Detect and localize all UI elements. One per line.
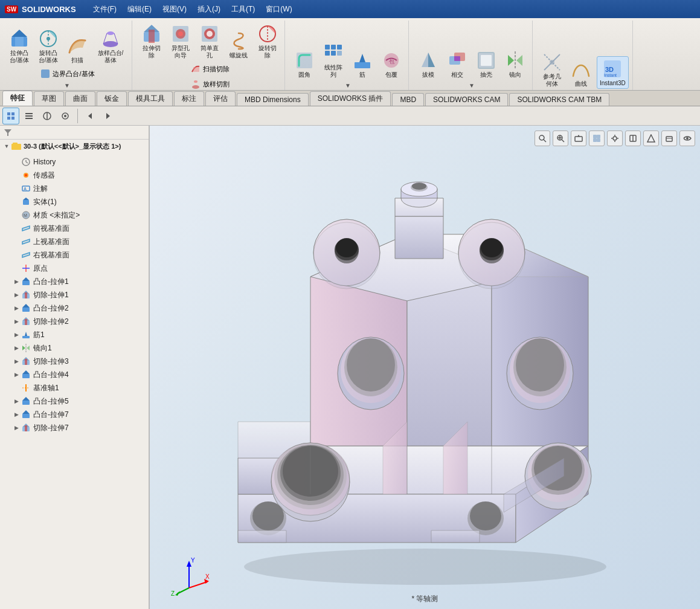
view-display-button[interactable] <box>589 130 605 146</box>
tree-item-12[interactable]: ▶切除-拉伸2 <box>0 315 149 328</box>
tree-item-4[interactable]: M材质 <未指定> <box>0 208 149 222</box>
linear-pattern-button[interactable]: 线性阵列 <box>320 41 347 80</box>
mirror-button[interactable]: 镜向 <box>502 48 528 80</box>
tree-item-6[interactable]: 上视基准面 <box>0 235 149 248</box>
view-settings-button[interactable] <box>607 130 623 146</box>
ref-geometry-button[interactable]: 参考几何体 <box>539 50 565 89</box>
svg-text:Instant: Instant <box>604 73 617 77</box>
nav-back-button[interactable] <box>82 108 98 124</box>
tree-item-2[interactable]: A注解 <box>0 182 149 195</box>
tab-标注[interactable]: 标注 <box>174 91 204 106</box>
revolve-cut-label: 旋转切除 <box>258 45 277 59</box>
tree-label-10: 切除-拉伸1 <box>33 290 69 300</box>
wrap-button[interactable]: 包 包覆 <box>378 48 405 80</box>
loft-boss-button[interactable]: 放样凸台/基体 <box>93 27 128 65</box>
tree-item-9[interactable]: ▶凸台-拉伸1 <box>0 275 149 288</box>
property-manager-tab[interactable] <box>21 108 37 124</box>
svg-rect-65 <box>11 144 21 150</box>
loft-cut-label: 放样切割 <box>203 80 230 89</box>
tree-item-15[interactable]: ▶切除-拉伸3 <box>0 355 149 368</box>
menu-item-v[interactable]: 视图(V) <box>158 3 191 16</box>
tree-item-19[interactable]: ▶凸台-拉伸7 <box>0 408 149 421</box>
3d-viewport[interactable]: Y X Z * 等轴测 <box>150 126 700 609</box>
tree-item-14[interactable]: ▶镜向1 <box>0 341 149 355</box>
tree-item-3[interactable]: 实体(1) <box>0 195 149 208</box>
sweep-cut-button[interactable]: 扫描切除 <box>187 62 232 76</box>
extrude-cut-button[interactable]: 拉伸切除 <box>138 22 165 60</box>
expand-icon-20: ▶ <box>12 424 21 432</box>
tree-item-0[interactable]: History <box>0 155 149 169</box>
hole-wizard-button[interactable]: 异型孔向导 <box>167 22 194 60</box>
tree-item-7[interactable]: 右视基准面 <box>0 248 149 262</box>
tab-mbd-dimensions[interactable]: MBD Dimensions <box>237 93 309 106</box>
shell-label: 抽壳 <box>480 71 492 79</box>
feature-manager-tab[interactable] <box>2 108 19 124</box>
extrude-boss-button[interactable]: 拉伸凸台/基体 <box>6 27 33 65</box>
fillet-button[interactable]: 圆角 <box>291 48 318 80</box>
svg-marker-43 <box>508 55 514 66</box>
revolve-boss-button[interactable]: 旋转凸台/基体 <box>35 27 62 65</box>
rib-button[interactable]: 筋 <box>349 48 376 80</box>
intersect-button[interactable]: 相交 <box>444 48 470 80</box>
nav-forward-button[interactable] <box>100 108 117 124</box>
display-manager-tab[interactable] <box>57 108 74 124</box>
curves-button[interactable]: 曲线 <box>568 57 594 89</box>
tab-mbd[interactable]: MBD <box>392 93 424 106</box>
tree-item-1[interactable]: 传感器 <box>0 169 149 182</box>
view-search-button[interactable] <box>535 130 550 146</box>
simple-hole-button[interactable]: 简单直孔 <box>196 22 223 60</box>
tree-label-0: History <box>33 158 56 166</box>
view-eye-button[interactable] <box>679 130 695 146</box>
menu-item-t[interactable]: 工具(T) <box>226 3 260 16</box>
view-zoom-button[interactable] <box>553 130 568 146</box>
instant3d-button[interactable]: 3DInstant Instant3D <box>597 56 629 89</box>
svg-marker-83 <box>22 253 30 257</box>
tree-label-11: 凸台-拉伸2 <box>33 303 69 314</box>
tree-item-20[interactable]: ▶切除-拉伸7 <box>0 421 149 434</box>
tree-item-5[interactable]: 前视基准面 <box>0 222 149 235</box>
svg-point-61 <box>64 115 66 117</box>
ribbon-group-modify: 圆角 线性阵列 筋 包 包覆 ▼ <box>287 21 409 90</box>
revolve-cut-button[interactable]: 旋转切除 <box>254 22 281 60</box>
view-orient-button[interactable] <box>571 130 586 146</box>
tab-草图[interactable]: 草图 <box>34 91 64 106</box>
boundary-boss-button[interactable]: 边界凸台/基体 <box>37 66 97 81</box>
ref-geometry-label: 参考几何体 <box>543 73 561 88</box>
tab-特征[interactable]: 特征 <box>2 91 33 106</box>
tree-label-9: 凸台-拉伸1 <box>33 277 69 287</box>
tab-solidworks-插件[interactable]: SOLIDWORKS 插件 <box>310 91 391 106</box>
tree-item-18[interactable]: ▶凸台-拉伸5 <box>0 395 149 408</box>
menu-item-f[interactable]: 文件(F) <box>88 3 121 16</box>
tree-filter-row <box>0 126 149 140</box>
view-scene-button[interactable] <box>661 130 677 146</box>
tab-solidworks-cam-tbm[interactable]: SOLIDWORKS CAM TBM <box>509 93 609 106</box>
tree-root-item[interactable]: ▼ 30-3 (默认<<默认>_显示状态 1>) <box>0 140 149 153</box>
tree-item-10[interactable]: ▶切除-拉伸1 <box>0 288 149 301</box>
tab-钣金[interactable]: 钣金 <box>97 91 127 106</box>
shell-button[interactable]: 抽壳 <box>473 48 499 80</box>
shell-icon <box>475 50 497 71</box>
menu-item-w[interactable]: 窗口(W) <box>261 3 297 16</box>
tree-item-11[interactable]: ▶凸台-拉伸2 <box>0 301 149 315</box>
configuration-manager-tab[interactable] <box>39 108 56 124</box>
tab-曲面[interactable]: 曲面 <box>65 91 95 106</box>
menu-item-j[interactable]: 插入(J) <box>193 3 225 16</box>
loft-cut-button[interactable]: 放样切割 <box>187 77 232 91</box>
tree-item-13[interactable]: ▶筋1 <box>0 328 149 341</box>
menu-item-e[interactable]: 编辑(E) <box>123 3 156 16</box>
tab-评估[interactable]: 评估 <box>205 91 236 106</box>
sweep-button[interactable]: 扫描 <box>64 34 91 65</box>
tree-item-8[interactable]: 原点 <box>0 262 149 275</box>
tab-模具工具[interactable]: 模具工具 <box>128 91 173 106</box>
tab-solidworks-cam[interactable]: SOLIDWORKS CAM <box>425 93 508 106</box>
tree-item-17[interactable]: 基准轴1 <box>0 381 149 395</box>
draft-button[interactable]: 拔模 <box>415 48 442 80</box>
view-section-button[interactable] <box>625 130 641 146</box>
svg-rect-25 <box>325 45 330 50</box>
helix-button[interactable]: 螺旋线 <box>225 29 252 60</box>
view-appearance-button[interactable] <box>643 130 659 146</box>
svg-marker-109 <box>22 397 30 401</box>
tree-item-16[interactable]: ▶凸台-拉伸4 <box>0 368 149 381</box>
svg-rect-125 <box>593 138 597 142</box>
svg-text:X: X <box>205 573 210 580</box>
